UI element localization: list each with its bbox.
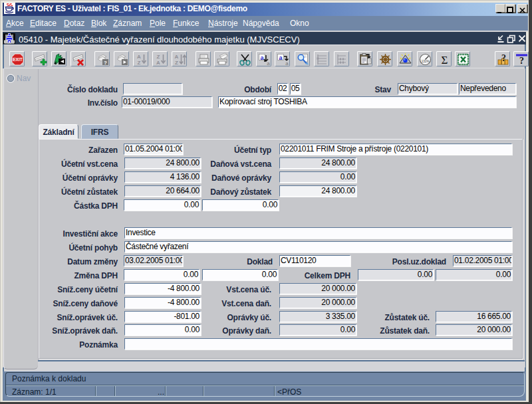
svg-text:A: A bbox=[137, 54, 141, 60]
svg-text:Z: Z bbox=[175, 60, 178, 66]
svg-text:?: ? bbox=[519, 56, 524, 66]
svg-text:Z: Z bbox=[138, 60, 141, 66]
svg-text:A: A bbox=[156, 60, 160, 66]
svg-text:A: A bbox=[175, 54, 179, 60]
svg-text:?: ? bbox=[501, 53, 506, 63]
svg-text:a: a bbox=[267, 60, 270, 66]
svg-text:?: ? bbox=[104, 60, 107, 66]
svg-text:a: a bbox=[285, 60, 289, 66]
svg-text:EXIT: EXIT bbox=[13, 57, 23, 62]
svg-text:131%: 131% bbox=[422, 60, 430, 63]
svg-text:Z: Z bbox=[157, 54, 160, 60]
svg-text:Σ: Σ bbox=[442, 54, 448, 66]
